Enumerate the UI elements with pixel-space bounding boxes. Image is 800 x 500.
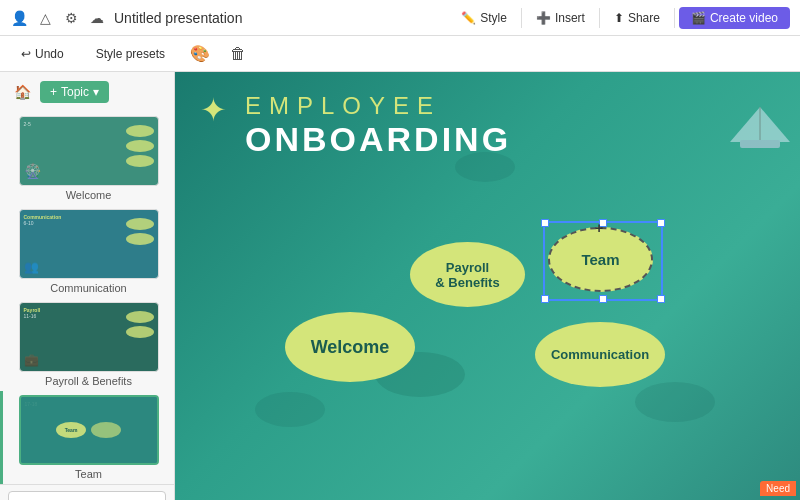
slide-range2: 6-10 [24,220,34,226]
node-team[interactable]: Team [548,227,653,292]
thumb-ellipse2 [126,218,154,230]
undo-icon: ↩ [21,47,31,61]
boat-decoration [720,102,800,162]
slide-label-team: Team [75,468,102,480]
plus-add-indicator[interactable]: + [595,220,603,236]
presentation-title: Untitled presentation [114,10,242,26]
sidebar-header: 🏠 + Topic ▾ [0,72,174,112]
insert-button[interactable]: ➕ Insert [526,7,595,29]
separator2 [599,8,600,28]
slide-thumbnail-communication: Communication 6-10 👥 [19,209,159,279]
user-icon[interactable]: 👤 [10,9,28,27]
thumb-ellipse3 [126,311,154,323]
slide-thumbnail-team: 17-18 Team [19,395,159,465]
slide-item-payroll[interactable]: Payroll 11-16 💼 Payroll & Benefits [0,298,174,391]
slide-title-top: EMPLOYEE [245,92,511,120]
palette-icon[interactable]: 🎨 [186,40,214,68]
sidebar: 🏠 + Topic ▾ 2-5 🎡 Welcome [0,72,175,500]
style-icon: ✏️ [461,11,476,25]
slide-range3: 11-16 [24,313,37,319]
slide-thumbnail-payroll: Payroll 11-16 💼 [19,302,159,372]
cloud-icon[interactable]: ☁ [88,9,106,27]
slide-label-payroll: Payroll & Benefits [45,375,132,387]
bell-icon[interactable]: △ [36,9,54,27]
thumb-ellipse2 [126,233,154,245]
path-settings-button[interactable]: ⇌ Path settings [8,491,166,500]
slide-item-communication[interactable]: Communication 6-10 👥 Communication [0,205,174,298]
lily-deco-2 [255,392,325,427]
slide-label-welcome: Welcome [66,189,112,201]
sidebar-footer: ⇌ Path settings [0,484,174,500]
share-button[interactable]: ⬆ Share [604,7,670,29]
thumb-ellipse [126,125,154,137]
create-video-button[interactable]: 🎬 Create video [679,7,790,29]
separator3 [674,8,675,28]
slide-thumbnail-welcome: 2-5 🎡 [19,116,159,186]
slide-label-communication: Communication [50,282,126,294]
video-icon: 🎬 [691,11,706,25]
plus-icon: + [50,85,57,99]
undo-button[interactable]: ↩ Undo [10,42,75,66]
slide-title-bottom: ONBOARDING [245,120,511,159]
lily-deco-3 [635,382,715,422]
separator [521,8,522,28]
topbar: 👤 △ ⚙ ☁ Untitled presentation ✏️ Style ➕… [0,0,800,36]
thumb-ellipse [126,140,154,152]
topbar-actions: ✏️ Style ➕ Insert ⬆ Share 🎬 Create video [451,7,790,29]
main-area: 🏠 + Topic ▾ 2-5 🎡 Welcome [0,72,800,500]
canvas-area[interactable]: ✦ EMPLOYEE ONBOARDING [175,72,800,500]
slide-range: 2-5 [24,121,31,127]
slide-item-welcome[interactable]: 2-5 🎡 Welcome [0,112,174,205]
need-badge: Need [760,481,796,496]
share-icon: ⬆ [614,11,624,25]
style-button[interactable]: ✏️ Style [451,7,517,29]
insert-icon: ➕ [536,11,551,25]
trash-icon[interactable]: 🗑 [224,40,252,68]
node-welcome[interactable]: Welcome [285,312,415,382]
slide-item-team[interactable]: 17-18 Team Team [0,391,174,484]
toolbar: ↩ Undo Style presets 🎨 🗑 [0,36,800,72]
settings-icon[interactable]: ⚙ [62,9,80,27]
node-payroll[interactable]: Payroll & Benefits [410,242,525,307]
home-button[interactable]: 🏠 [8,78,36,106]
thumb-ellipse [126,155,154,167]
slide-title-area: EMPLOYEE ONBOARDING [205,92,511,159]
svg-rect-1 [740,140,780,148]
chevron-down-icon: ▾ [93,85,99,99]
thumb-ellipse3 [126,326,154,338]
node-communication[interactable]: Communication [535,322,665,387]
topic-button[interactable]: + Topic ▾ [40,81,109,103]
style-presets-button[interactable]: Style presets [85,42,176,66]
